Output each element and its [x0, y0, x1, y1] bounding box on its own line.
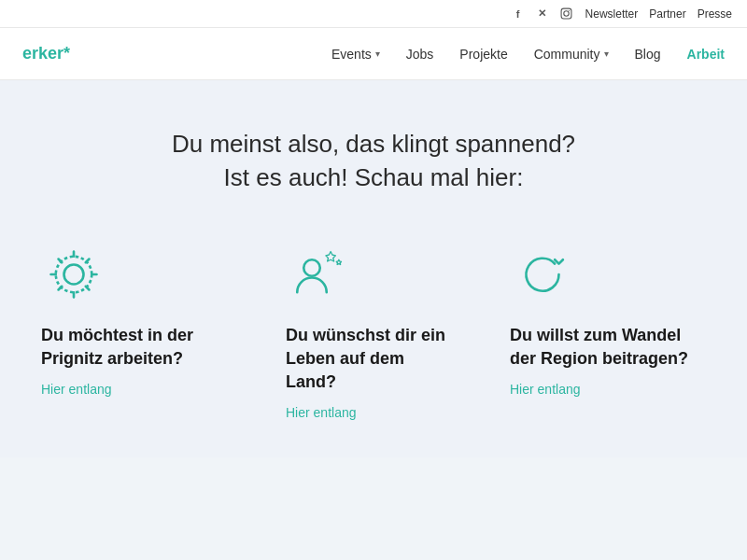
card-life-title: Du wünschst dir ein Leben auf dem Land? — [286, 324, 454, 395]
facebook-icon[interactable]: f — [511, 7, 526, 21]
logo[interactable]: erker* — [22, 44, 70, 63]
top-bar: f ✕ Newsletter Partner Presse — [0, 0, 747, 28]
svg-point-4 — [56, 257, 92, 293]
presse-link[interactable]: Presse — [698, 7, 732, 21]
svg-rect-0 — [561, 8, 571, 19]
card-life: Du wünschst dir ein Leben auf dem Land? … — [258, 242, 482, 421]
nav-events[interactable]: Events ▾ — [331, 47, 380, 62]
card-change-title: Du willst zum Wandel der Region beitrage… — [510, 324, 697, 371]
chevron-down-icon: ▾ — [375, 49, 380, 59]
cards-row: Du möchtest in der Prignitz arbeiten? Hi… — [22, 242, 725, 421]
social-icons: f ✕ — [511, 7, 574, 21]
nav-links: Events ▾ Jobs Projekte Community ▾ Blog … — [331, 47, 725, 62]
person-stars-icon — [286, 242, 351, 307]
newsletter-link[interactable]: Newsletter — [585, 7, 639, 21]
card-work-link[interactable]: Hier entlang — [41, 382, 112, 397]
navbar: erker* Events ▾ Jobs Projekte Community … — [0, 28, 747, 80]
svg-point-2 — [569, 10, 570, 11]
card-work: Du möchtest in der Prignitz arbeiten? Hi… — [41, 242, 258, 421]
card-work-title: Du möchtest in der Prignitz arbeiten? — [41, 324, 239, 371]
main-content: Du meinst also, das klingt spannend? Ist… — [0, 80, 747, 457]
chevron-down-icon-2: ▾ — [604, 49, 609, 59]
svg-point-5 — [303, 259, 320, 276]
nav-arbeit[interactable]: Arbeit — [687, 47, 725, 62]
card-change: Du willst zum Wandel der Region beitrage… — [482, 242, 706, 421]
instagram-icon[interactable] — [559, 7, 574, 21]
refresh-icon — [510, 242, 575, 307]
nav-community[interactable]: Community ▾ — [534, 47, 609, 62]
top-links: Newsletter Partner Presse — [585, 7, 732, 21]
svg-point-3 — [64, 264, 84, 284]
twitter-x-icon[interactable]: ✕ — [535, 7, 550, 21]
headline: Du meinst also, das klingt spannend? Ist… — [22, 127, 725, 195]
svg-point-1 — [564, 11, 569, 16]
nav-blog[interactable]: Blog — [635, 47, 661, 62]
card-change-link[interactable]: Hier entlang — [510, 382, 581, 397]
nav-projekte[interactable]: Projekte — [459, 47, 507, 62]
gear-icon — [41, 242, 106, 307]
card-life-link[interactable]: Hier entlang — [286, 405, 357, 420]
nav-jobs[interactable]: Jobs — [406, 47, 434, 62]
partner-link[interactable]: Partner — [649, 7, 685, 21]
